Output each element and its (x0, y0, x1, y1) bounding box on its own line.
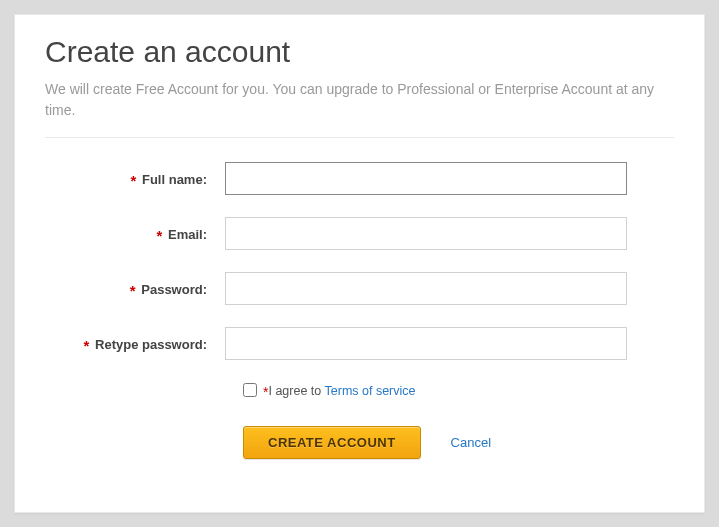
required-icon: * (157, 227, 163, 244)
row-email: * Email: (45, 217, 674, 250)
page-title: Create an account (45, 35, 674, 69)
button-row: CREATE ACCOUNT Cancel (45, 426, 674, 459)
fullname-input[interactable] (225, 162, 627, 195)
label-fullname: * Full name: (45, 170, 225, 187)
agree-checkbox[interactable] (243, 383, 257, 397)
divider (45, 137, 674, 138)
password-input[interactable] (225, 272, 627, 305)
label-retype-text: Retype password: (95, 337, 207, 352)
terms-link[interactable]: Terms of service (325, 384, 416, 398)
create-account-button[interactable]: CREATE ACCOUNT (243, 426, 421, 459)
label-retype: * Retype password: (45, 335, 225, 352)
email-input[interactable] (225, 217, 627, 250)
label-fullname-text: Full name: (142, 172, 207, 187)
row-agree: *I agree to Terms of service (45, 382, 674, 398)
required-icon: * (84, 337, 90, 354)
row-password: * Password: (45, 272, 674, 305)
page-subtitle: We will create Free Account for you. You… (45, 79, 674, 121)
label-email: * Email: (45, 225, 225, 242)
retype-password-input[interactable] (225, 327, 627, 360)
row-fullname: * Full name: (45, 162, 674, 195)
required-icon: * (131, 172, 137, 189)
label-password-text: Password: (141, 282, 207, 297)
required-icon: * (130, 282, 136, 299)
row-retype: * Retype password: (45, 327, 674, 360)
label-email-text: Email: (168, 227, 207, 242)
required-icon: * (263, 384, 268, 400)
agree-prefix: I agree to (268, 384, 324, 398)
cancel-link[interactable]: Cancel (451, 435, 491, 450)
signup-card: Create an account We will create Free Ac… (14, 14, 705, 513)
label-password: * Password: (45, 280, 225, 297)
agree-text: *I agree to Terms of service (263, 382, 416, 398)
